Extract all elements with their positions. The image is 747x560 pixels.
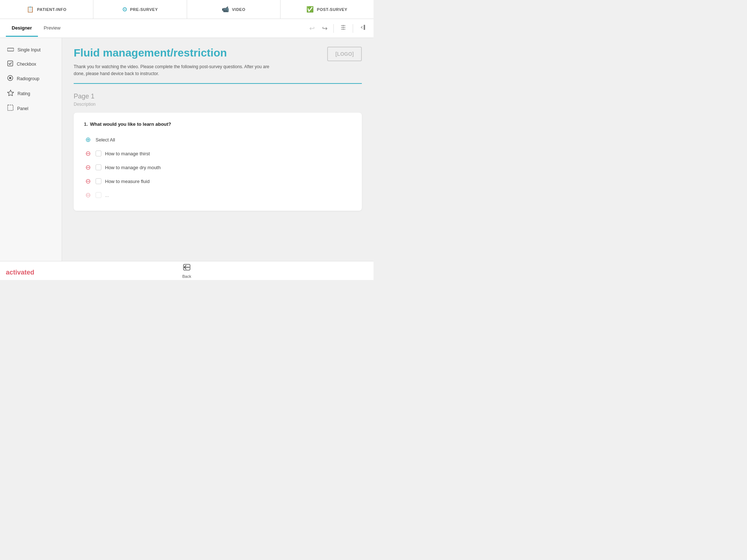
survey-description: Thank you for watching the video. Please… bbox=[74, 63, 271, 77]
tab-video[interactable]: 📹 VIDEO bbox=[187, 0, 280, 19]
panel-icon bbox=[7, 105, 13, 112]
brand-text-main: activat bbox=[6, 269, 27, 276]
option-measure-fluid-label: How to measure fluid bbox=[105, 179, 150, 184]
sidebar-item-rating[interactable]: Rating bbox=[3, 87, 59, 100]
component-sidebar: Single Input Checkbox Radiogroup Rating … bbox=[0, 38, 62, 261]
svg-rect-6 bbox=[364, 25, 365, 30]
option-select-all[interactable]: ⊕ Select All bbox=[84, 133, 352, 147]
question-card: 1.What would you like to learn about? ⊕ … bbox=[74, 113, 362, 211]
question-number: 1. bbox=[84, 121, 88, 127]
checkbox-icon bbox=[7, 61, 13, 68]
video-icon: 📹 bbox=[222, 6, 229, 13]
option-manage-thirst-label: How to manage thirst bbox=[105, 151, 150, 156]
sidebar-item-radiogroup[interactable]: Radiogroup bbox=[3, 72, 59, 85]
tab-pre-survey[interactable]: ⊙ PRE-SURVEY bbox=[93, 0, 187, 19]
remove-measure-fluid-icon: ⊖ bbox=[84, 177, 92, 185]
main-layout: Single Input Checkbox Radiogroup Rating … bbox=[0, 38, 374, 261]
option-more-label: ... bbox=[105, 192, 109, 198]
bottom-bar: Back bbox=[0, 261, 374, 280]
toolbar-divider-2 bbox=[353, 24, 353, 33]
tab-pre-survey-label: PRE-SURVEY bbox=[130, 7, 158, 12]
question-text: What would you like to learn about? bbox=[90, 121, 171, 127]
mode-tabs: Designer Preview bbox=[6, 20, 66, 37]
svg-rect-8 bbox=[8, 61, 13, 66]
brand-logo: activated bbox=[6, 269, 34, 276]
page-title: Page 1 bbox=[74, 93, 362, 100]
tab-patient-info-label: PATIENT-INFO bbox=[37, 7, 66, 12]
rating-icon bbox=[7, 90, 14, 97]
sidebar-item-radiogroup-label: Radiogroup bbox=[17, 76, 39, 81]
option-measure-fluid[interactable]: ⊖ How to measure fluid bbox=[84, 174, 352, 188]
tab-post-survey-label: POST-SURVEY bbox=[317, 7, 348, 12]
mode-bar: Designer Preview ↩ ↪ bbox=[0, 19, 374, 38]
back-button[interactable]: Back bbox=[182, 263, 191, 279]
page-description: Description bbox=[74, 102, 362, 107]
svg-rect-7 bbox=[7, 48, 14, 51]
svg-marker-11 bbox=[8, 90, 14, 96]
brand-text-accent: ed bbox=[27, 269, 34, 276]
checkbox-measure-fluid[interactable] bbox=[96, 178, 101, 184]
sidebar-item-single-input[interactable]: Single Input bbox=[3, 44, 59, 56]
select-all-icon: ⊕ bbox=[84, 136, 92, 144]
svg-point-10 bbox=[9, 77, 11, 79]
option-manage-dry-mouth-label: How to manage dry mouth bbox=[105, 165, 160, 170]
back-icon bbox=[182, 263, 191, 273]
content-area: Fluid management/restriction Thank you f… bbox=[62, 38, 374, 261]
option-manage-dry-mouth[interactable]: ⊖ How to manage dry mouth bbox=[84, 160, 352, 174]
undo-button[interactable]: ↩ bbox=[308, 23, 316, 34]
svg-rect-12 bbox=[8, 105, 13, 110]
tab-post-survey[interactable]: ✅ POST-SURVEY bbox=[280, 0, 374, 19]
patient-info-icon: 📋 bbox=[27, 6, 34, 13]
sidebar-item-single-input-label: Single Input bbox=[18, 47, 40, 52]
survey-header: Fluid management/restriction Thank you f… bbox=[62, 38, 374, 83]
sidebar-item-checkbox[interactable]: Checkbox bbox=[3, 58, 59, 71]
back-button-label: Back bbox=[182, 274, 191, 279]
tab-patient-info[interactable]: 📋 PATIENT-INFO bbox=[0, 0, 93, 19]
checkbox-thirst[interactable] bbox=[96, 151, 101, 156]
toolbar-actions: ↩ ↪ bbox=[308, 22, 368, 34]
sidebar-item-panel-label: Panel bbox=[17, 106, 28, 111]
checkbox-dry-mouth[interactable] bbox=[96, 164, 101, 170]
survey-title: Fluid management/restriction bbox=[74, 47, 271, 59]
redo-button[interactable]: ↪ bbox=[321, 23, 329, 34]
top-navigation: 📋 PATIENT-INFO ⊙ PRE-SURVEY 📹 VIDEO ✅ PO… bbox=[0, 0, 374, 19]
checkbox-more[interactable] bbox=[96, 192, 101, 198]
question-label: 1.What would you like to learn about? bbox=[84, 121, 352, 127]
option-manage-thirst[interactable]: ⊖ How to manage thirst bbox=[84, 147, 352, 160]
toolbar-divider bbox=[333, 24, 334, 33]
post-survey-icon: ✅ bbox=[306, 6, 314, 13]
collapse-button[interactable] bbox=[357, 22, 368, 34]
remove-dry-mouth-icon: ⊖ bbox=[84, 163, 92, 171]
tab-designer[interactable]: Designer bbox=[6, 20, 38, 37]
single-input-icon bbox=[7, 47, 14, 53]
page-section: Page 1 Description 1.What would you like… bbox=[62, 84, 374, 222]
pre-survey-icon: ⊙ bbox=[122, 6, 127, 13]
tab-preview[interactable]: Preview bbox=[38, 20, 66, 37]
remove-more-icon: ⊖ bbox=[84, 191, 92, 199]
sidebar-item-rating-label: Rating bbox=[18, 91, 30, 96]
sidebar-item-panel[interactable]: Panel bbox=[3, 102, 59, 115]
option-more[interactable]: ⊖ ... bbox=[84, 188, 352, 202]
survey-header-text: Fluid management/restriction Thank you f… bbox=[74, 47, 271, 77]
settings-button[interactable] bbox=[338, 22, 348, 34]
logo-placeholder: [LOGO] bbox=[327, 47, 362, 61]
option-select-all-label: Select All bbox=[96, 137, 115, 143]
sidebar-item-checkbox-label: Checkbox bbox=[17, 62, 36, 67]
radiogroup-icon bbox=[7, 75, 13, 82]
tab-video-label: VIDEO bbox=[232, 7, 245, 12]
remove-thirst-icon: ⊖ bbox=[84, 149, 92, 158]
